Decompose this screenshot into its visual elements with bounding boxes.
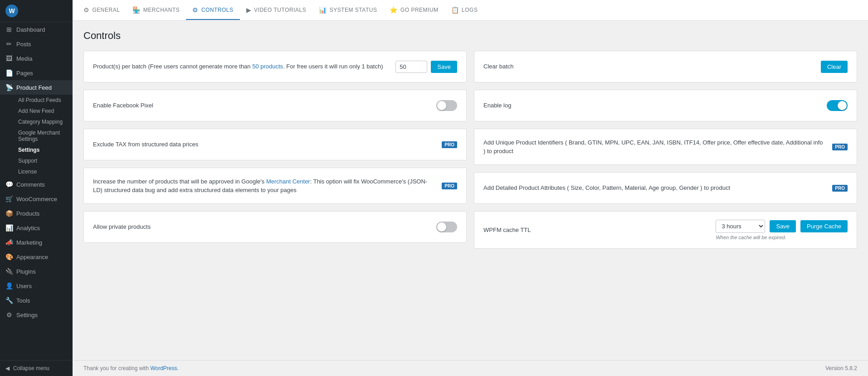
- tab-system-status[interactable]: 📊 SYSTEM STATUS: [312, 1, 383, 20]
- wordpress-link[interactable]: WordPress: [150, 365, 177, 371]
- posts-icon: ✏: [5, 40, 13, 48]
- sidebar-item-label: Analytics: [16, 225, 40, 231]
- footer: Thank you for creating with WordPress. V…: [73, 360, 868, 376]
- tab-logs[interactable]: 📋 LOGS: [445, 1, 484, 20]
- tools-icon: 🔧: [5, 297, 13, 304]
- allow-private-label: Allow private products: [93, 222, 427, 231]
- sidebar-item-label: WooCommerce: [16, 196, 57, 202]
- sidebar-item-settings[interactable]: Settings: [13, 145, 73, 155]
- allow-private-toggle[interactable]: [436, 222, 457, 232]
- media-icon: 🖼: [5, 55, 13, 62]
- unique-identifiers-pro-badge: PRO: [832, 144, 848, 150]
- sidebar-item-posts[interactable]: ✏ Posts: [0, 37, 73, 51]
- products-limit: 50 products: [252, 63, 283, 70]
- sidebar-item-add-new-feed[interactable]: Add New Feed: [13, 106, 73, 116]
- clear-batch-card: Clear batch Clear: [474, 51, 857, 82]
- comments-icon: 💬: [5, 181, 13, 188]
- tab-label: GO PREMIUM: [400, 7, 439, 13]
- sidebar-item-media[interactable]: 🖼 Media: [0, 51, 73, 66]
- tab-label: VIDEO TUTORIALS: [254, 7, 306, 13]
- pages-icon: 📄: [5, 69, 13, 77]
- exclude-tax-card: Exclude TAX from structured data prices …: [83, 129, 467, 160]
- save-products-batch-button[interactable]: Save: [431, 61, 457, 73]
- sidebar-item-label: Appearance: [16, 254, 48, 260]
- tab-controls[interactable]: ⚙ CONTROLS: [186, 1, 239, 20]
- unique-identifiers-text: Add Unique Product Identifiers ( Brand, …: [483, 138, 823, 156]
- sidebar-item-product-feed[interactable]: 📡 Product Feed: [0, 80, 73, 95]
- settings-icon: ⚙: [5, 311, 13, 318]
- logs-tab-icon: 📋: [451, 6, 459, 14]
- sidebar-item-plugins[interactable]: 🔌 Plugins: [0, 264, 73, 279]
- tab-merchants[interactable]: 🏪 MERCHANTS: [126, 1, 186, 20]
- sidebar-item-all-feeds[interactable]: All Product Feeds: [13, 95, 73, 106]
- sidebar-item-products[interactable]: 📦 Products: [0, 206, 73, 221]
- sidebar-item-appearance[interactable]: 🎨 Appearance: [0, 250, 73, 264]
- tab-general[interactable]: ⚙ GENERAL: [77, 1, 126, 20]
- appearance-icon: 🎨: [5, 253, 13, 260]
- tab-video-tutorials[interactable]: ▶ VIDEO TUTORIALS: [240, 1, 313, 20]
- enable-log-toggle[interactable]: [827, 100, 848, 111]
- sidebar-item-label: Google Merchant Settings: [18, 130, 67, 142]
- cache-controls-row: 1 hour 2 hours 3 hours 6 hours 12 hours …: [716, 220, 848, 233]
- footer-version: Version 5.8.2: [825, 365, 857, 371]
- woocommerce-icon: 🛒: [5, 195, 13, 202]
- cache-ttl-label: WPFM cache TTL: [483, 226, 707, 235]
- detailed-attributes-text: Add Detailed Product Attributes ( Size, …: [483, 183, 823, 193]
- sidebar-item-settings2[interactable]: ⚙ Settings: [0, 308, 73, 322]
- sidebar-item-pages[interactable]: 📄 Pages: [0, 66, 73, 80]
- sidebar-item-label: Users: [16, 283, 32, 289]
- sidebar-item-label: All Product Feeds: [18, 97, 61, 103]
- collapse-menu-button[interactable]: ◀ Collapse menu: [0, 360, 73, 376]
- cache-ttl-controls-area: 1 hour 2 hours 3 hours 6 hours 12 hours …: [716, 220, 848, 240]
- products-per-batch-input[interactable]: [395, 61, 427, 73]
- facebook-pixel-label: Enable Facebook Pixel: [93, 101, 427, 110]
- sidebar-item-label: Media: [16, 55, 32, 62]
- sidebar-item-label: License: [18, 169, 37, 175]
- cache-ttl-select[interactable]: 1 hour 2 hours 3 hours 6 hours 12 hours …: [716, 220, 765, 233]
- controls-tab-icon: ⚙: [192, 6, 199, 14]
- right-column: Clear batch Clear Enable log Add Unique …: [474, 51, 857, 249]
- sidebar-submenu-product-feed: All Product Feeds Add New Feed Category …: [0, 95, 73, 177]
- general-tab-icon: ⚙: [83, 6, 90, 14]
- increase-products-text: Increase the number of products that wil…: [93, 177, 433, 195]
- sidebar-item-comments[interactable]: 💬 Comments: [0, 177, 73, 192]
- sidebar-item-google-merchant[interactable]: Google Merchant Settings: [13, 127, 73, 145]
- premium-tab-icon: ⭐: [390, 6, 398, 14]
- collapse-label: Collapse menu: [13, 365, 49, 371]
- sidebar-item-dashboard[interactable]: ⊞ Dashboard: [0, 22, 73, 37]
- sidebar-item-marketing[interactable]: 📣 Marketing: [0, 235, 73, 250]
- sidebar-item-label: Products: [16, 210, 39, 217]
- main-area: ⚙ GENERAL 🏪 MERCHANTS ⚙ CONTROLS ▶ VIDEO…: [73, 0, 868, 376]
- products-per-batch-card: Product(s) per batch (Free users cannot …: [83, 51, 467, 82]
- enable-log-card: Enable log: [474, 90, 857, 121]
- sidebar-item-tools[interactable]: 🔧 Tools: [0, 293, 73, 308]
- sidebar-item-label: Dashboard: [16, 26, 45, 33]
- save-cache-ttl-button[interactable]: Save: [770, 220, 796, 232]
- sidebar-item-category-mapping[interactable]: Category Mapping: [13, 116, 73, 127]
- merchant-center-link[interactable]: Merchant Center: [266, 178, 310, 185]
- sidebar: W ⊞ Dashboard ✏ Posts 🖼 Media 📄 Pages 📡 …: [0, 0, 73, 376]
- products-icon: 📦: [5, 210, 13, 217]
- facebook-pixel-toggle[interactable]: [436, 100, 457, 111]
- clear-batch-button[interactable]: Clear: [821, 61, 848, 73]
- product-feed-icon: 📡: [5, 84, 13, 91]
- controls-grid: Product(s) per batch (Free users cannot …: [83, 51, 857, 249]
- sidebar-item-label: Add New Feed: [18, 108, 54, 114]
- sidebar-item-label: Support: [18, 158, 37, 164]
- cache-ttl-card: WPFM cache TTL 1 hour 2 hours 3 hours 6 …: [474, 211, 857, 249]
- sidebar-item-support[interactable]: Support: [13, 155, 73, 166]
- tab-go-premium[interactable]: ⭐ GO PREMIUM: [383, 1, 444, 20]
- sidebar-item-label: Plugins: [16, 268, 36, 275]
- sidebar-logo: W: [0, 0, 73, 22]
- sidebar-item-woocommerce[interactable]: 🛒 WooCommerce: [0, 192, 73, 206]
- sidebar-item-users[interactable]: 👤 Users: [0, 279, 73, 293]
- exclude-tax-pro-badge: PRO: [442, 141, 457, 148]
- sidebar-item-license[interactable]: License: [13, 166, 73, 177]
- collapse-icon: ◀: [5, 365, 10, 371]
- sidebar-item-label: Product Feed: [16, 84, 52, 91]
- sidebar-item-label: Settings: [16, 312, 38, 318]
- purge-cache-button[interactable]: Purge Cache: [800, 220, 848, 232]
- sidebar-item-label: Tools: [16, 297, 30, 304]
- sidebar-item-analytics[interactable]: 📊 Analytics: [0, 221, 73, 235]
- analytics-icon: 📊: [5, 224, 13, 231]
